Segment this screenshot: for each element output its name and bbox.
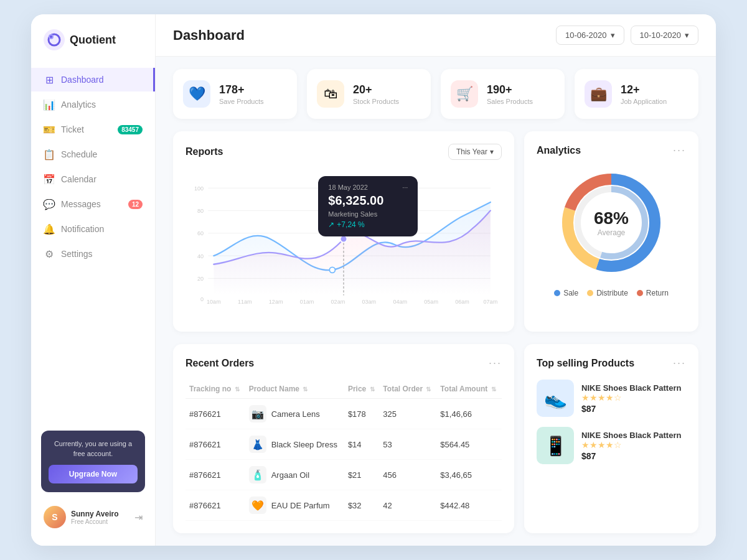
sidebar-item-label: Dashboard — [61, 75, 104, 85]
tooltip-label: Marketing Sales — [328, 210, 408, 218]
legend-label: Distribute — [596, 289, 628, 297]
price-cell: $21 — [344, 460, 379, 490]
orders-col-header: Tracking no ⇅ — [186, 380, 245, 399]
sort-icon[interactable]: ⇅ — [303, 386, 308, 393]
analytics-icon: 📊 — [44, 99, 55, 110]
user-role: Free Account — [71, 518, 129, 525]
sidebar-item-label: Analytics — [61, 100, 96, 110]
sort-icon[interactable]: ⇅ — [491, 386, 496, 393]
donut-container: 68% Average — [537, 167, 686, 279]
calendar-icon: 📅 — [44, 174, 55, 185]
sort-icon[interactable]: ⇅ — [426, 386, 431, 393]
user-profile: S Sunny Aveiro Free Account ⇥ — [41, 501, 145, 528]
product-info: NIKE Shoes Black Pattern ★★★★☆ $87 — [581, 431, 681, 461]
total-amount-cell: $442.48 — [436, 490, 502, 521]
product-item-0: 👟 NIKE Shoes Black Pattern ★★★★☆ $87 — [537, 380, 686, 417]
table-row: #876621 👗 Black Sleep Dress $14 53 $564.… — [186, 429, 502, 460]
svg-text:80: 80 — [197, 208, 204, 214]
avatar: S — [44, 506, 66, 528]
product-cell: 📷 Camera Lens — [245, 399, 344, 429]
sidebar-item-schedule[interactable]: 📋 Schedule — [31, 142, 155, 166]
logo-icon — [44, 29, 65, 50]
tooltip-date: 18 May 2022 ··· — [328, 184, 408, 191]
orders-table: Tracking no ⇅Product Name ⇅Price ⇅Total … — [186, 380, 502, 521]
total-amount-cell: $564.45 — [436, 429, 502, 460]
product-thumb: 📷 — [249, 405, 266, 422]
reports-title: Reports — [186, 146, 223, 157]
orders-table-head: Tracking no ⇅Product Name ⇅Price ⇅Total … — [186, 380, 502, 399]
svg-text:04am: 04am — [393, 299, 407, 305]
product-item-1: 📱 NIKE Shoes Black Pattern ★★★★☆ $87 — [537, 427, 686, 464]
stat-icon: 💙 — [183, 80, 210, 108]
product-name: NIKE Shoes Black Pattern — [581, 383, 681, 393]
product-img: 📱 — [537, 427, 574, 464]
orders-col-header: Product Name ⇅ — [245, 380, 344, 399]
orders-header-row: Tracking no ⇅Product Name ⇅Price ⇅Total … — [186, 380, 502, 399]
main-content: Dashboard 10-06-2020 ▾ 10-10-2020 ▾ 💙 17… — [156, 14, 716, 546]
total-order-cell: 53 — [379, 429, 436, 460]
stat-card-3: 💼 12+ Job Application — [575, 69, 698, 119]
svg-text:01am: 01am — [300, 299, 314, 305]
period-filter[interactable]: This Year ▾ — [448, 144, 502, 160]
sidebar-item-settings[interactable]: ⚙ Settings — [31, 242, 155, 266]
sort-icon[interactable]: ⇅ — [370, 386, 375, 393]
badge: 12 — [128, 200, 143, 209]
donut-center: 68% Average — [594, 208, 629, 237]
chevron-down-icon: ▾ — [490, 147, 494, 156]
sort-icon[interactable]: ⇅ — [235, 386, 240, 393]
upgrade-button[interactable]: Upgrade Now — [49, 465, 138, 483]
stat-label: Job Application — [621, 98, 667, 105]
top-bar: Dashboard 10-06-2020 ▾ 10-10-2020 ▾ — [156, 14, 716, 57]
total-order-cell: 456 — [379, 460, 436, 490]
ticket-icon: 🎫 — [44, 124, 55, 135]
svg-text:10am: 10am — [207, 299, 221, 305]
product-cell: 👗 Black Sleep Dress — [245, 429, 344, 460]
more-options-icon[interactable]: ··· — [673, 144, 686, 157]
date-filters: 10-06-2020 ▾ 10-10-2020 ▾ — [556, 26, 698, 45]
top-selling-products: 👟 NIKE Shoes Black Pattern ★★★★☆ $87 📱 N… — [537, 380, 686, 464]
top-selling-more-icon[interactable]: ··· — [673, 357, 686, 370]
svg-point-17 — [341, 235, 347, 242]
user-name: Sunny Aveiro — [71, 510, 129, 518]
legend-item-return: Return — [637, 289, 669, 297]
stat-card-2: 🛒 190+ Sales Products — [441, 69, 565, 119]
stat-icon: 💼 — [585, 80, 612, 108]
badge: 83457 — [118, 125, 143, 134]
svg-text:20: 20 — [197, 276, 204, 282]
chevron-down-icon: ▾ — [611, 30, 615, 40]
stat-value: 190+ — [487, 83, 533, 96]
legend-item-distribute: Distribute — [587, 289, 628, 297]
product-name: Black Sleep Dress — [271, 440, 337, 449]
sidebar-item-label: Settings — [61, 249, 93, 259]
orders-col-header: Total Amount ⇅ — [436, 380, 502, 399]
price-cell: $178 — [344, 399, 379, 429]
sidebar-item-messages[interactable]: 💬 Messages 12 — [31, 192, 155, 216]
app-name: Quotient — [70, 34, 116, 47]
orders-table-body: #876621 📷 Camera Lens $178 325 $1,46,66 … — [186, 399, 502, 521]
sidebar-item-notification[interactable]: 🔔 Notification — [31, 217, 155, 241]
product-rating: ★★★★☆ — [581, 440, 681, 450]
orders-more-icon[interactable]: ··· — [489, 357, 502, 370]
chart-area: 100 80 60 40 20 0 — [186, 170, 502, 319]
date-start-filter[interactable]: 10-06-2020 ▾ — [556, 26, 624, 45]
svg-text:03am: 03am — [362, 299, 376, 305]
dashboard-icon: ⊞ — [44, 74, 55, 85]
sidebar-item-calendar[interactable]: 📅 Calendar — [31, 167, 155, 191]
svg-text:06am: 06am — [455, 299, 469, 305]
total-order-cell: 325 — [379, 399, 436, 429]
orders-title: Recent Orders — [186, 358, 254, 369]
sidebar-item-analytics[interactable]: 📊 Analytics — [31, 93, 155, 116]
logout-icon[interactable]: ⇥ — [134, 511, 143, 523]
upgrade-text: Currently, you are using a free account. — [49, 439, 138, 459]
legend-dot — [587, 290, 593, 296]
sidebar-item-ticket[interactable]: 🎫 Ticket 83457 — [31, 118, 155, 141]
tracking-cell: #876621 — [186, 429, 245, 460]
sidebar-item-dashboard[interactable]: ⊞ Dashboard — [31, 68, 155, 91]
svg-text:02am: 02am — [331, 299, 345, 305]
legend-item-sale: Sale — [554, 289, 578, 297]
date-end-filter[interactable]: 10-10-2020 ▾ — [631, 26, 699, 45]
notification-icon: 🔔 — [44, 223, 55, 235]
svg-point-3 — [50, 35, 52, 38]
page-title: Dashboard — [173, 27, 245, 44]
orders-header: Recent Orders ··· — [186, 357, 502, 370]
